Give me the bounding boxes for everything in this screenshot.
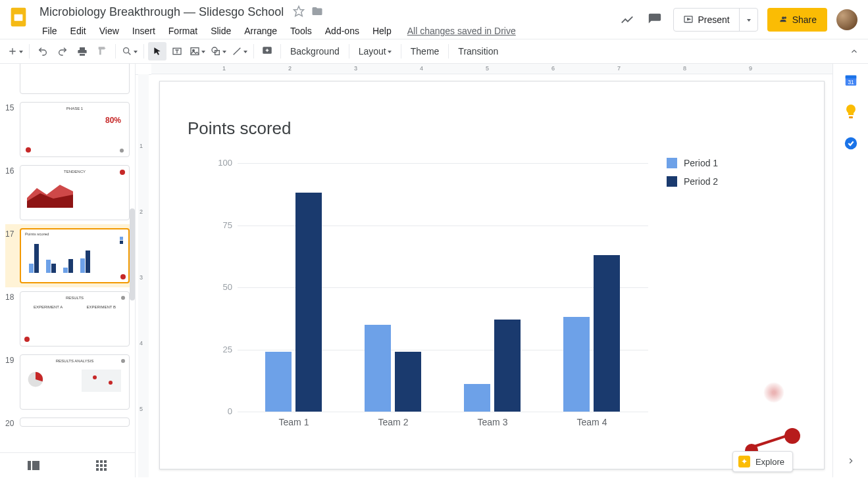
menu-arrange[interactable]: Arrange	[239, 23, 282, 39]
share-button[interactable]: Share	[767, 8, 827, 32]
ruler-mark: 2	[140, 208, 143, 215]
thumb-title: RESULTS	[20, 296, 129, 300]
comments-icon[interactable]	[646, 11, 664, 29]
move-folder-icon[interactable]	[311, 5, 323, 20]
svg-line-6	[128, 53, 130, 55]
shape-tool[interactable]	[209, 42, 228, 60]
slide-thumbnail-17[interactable]: Points scored	[20, 228, 130, 283]
menu-format[interactable]: Format	[163, 23, 203, 39]
present-dropdown[interactable]	[739, 9, 757, 31]
ruler-mark: 5	[486, 65, 489, 72]
layout-label: Layout	[359, 46, 386, 57]
account-avatar[interactable]	[836, 9, 857, 30]
undo-button[interactable]	[34, 42, 52, 60]
legend-swatch-period2	[667, 176, 677, 187]
legend-label: Period 1	[684, 158, 718, 168]
ruler-mark: 4	[140, 340, 143, 347]
paint-format-button[interactable]	[93, 42, 111, 60]
legend-swatch-period1	[667, 158, 677, 168]
svg-rect-25	[96, 464, 99, 467]
hide-menus-button[interactable]	[846, 43, 863, 60]
svg-text:31: 31	[848, 80, 854, 85]
thumb-number: 15	[5, 102, 20, 112]
textbox-tool[interactable]	[168, 42, 186, 60]
decorative-glow	[763, 382, 784, 403]
svg-rect-8	[191, 48, 199, 55]
slides-logo[interactable]	[5, 4, 32, 30]
redo-button[interactable]	[53, 42, 72, 60]
slide-thumbnail-16[interactable]: TENDENCY	[20, 165, 130, 220]
menu-help[interactable]: Help	[367, 23, 397, 39]
activity-dashboard-icon[interactable]	[618, 11, 636, 29]
side-panel-rail: 31	[832, 64, 868, 477]
background-button[interactable]: Background	[285, 42, 345, 60]
vertical-ruler: 1 2 3 4 5	[136, 64, 151, 477]
print-button[interactable]	[73, 42, 91, 60]
thumb-number: 17	[5, 228, 20, 239]
svg-rect-29	[100, 468, 103, 471]
save-status[interactable]: All changes saved in Drive	[407, 26, 516, 39]
slide-thumbnail-19[interactable]: RESULTS ANALYSIS	[20, 354, 130, 410]
y-tick-label: 100	[201, 158, 232, 168]
slide-thumbnail-18[interactable]: RESULTS EXPERIMENT A EXPERIMENT B	[20, 291, 130, 347]
slide[interactable]: Points scored 0255075100Team 1Team 2Team…	[159, 81, 825, 469]
menu-slide[interactable]: Slide	[205, 23, 236, 39]
present-label: Present	[698, 14, 729, 25]
thumb-number: 18	[5, 291, 20, 302]
slide-thumbnail-20[interactable]	[20, 418, 130, 427]
y-tick-label: 75	[201, 220, 232, 230]
filmstrip-view-icon[interactable]	[24, 456, 43, 475]
svg-rect-1	[14, 14, 23, 21]
zoom-button[interactable]	[120, 42, 140, 60]
menu-addons[interactable]: Add-ons	[320, 23, 365, 39]
menu-file[interactable]: File	[37, 23, 63, 39]
tasks-addon-icon[interactable]	[842, 135, 859, 152]
svg-point-18	[93, 375, 97, 379]
grid-view-icon[interactable]	[92, 456, 111, 475]
toolbar: Background Layout Theme Transition	[0, 39, 868, 64]
thumb-title: RESULTS ANALYSIS	[20, 359, 129, 363]
present-button[interactable]: Present	[674, 9, 738, 31]
chart[interactable]: 0255075100Team 1Team 2Team 3Team 4	[201, 154, 648, 430]
svg-marker-4	[688, 18, 690, 20]
theme-button[interactable]: Theme	[405, 42, 445, 60]
explore-icon: ✦	[738, 456, 750, 467]
slide-thumbnail[interactable]: RESEARCHCONCLUSIONPROCESS	[20, 64, 130, 94]
thumb-number: 16	[5, 165, 20, 176]
image-tool[interactable]	[188, 42, 207, 60]
show-side-panel-button[interactable]	[842, 452, 859, 469]
ruler-mark: 6	[551, 65, 555, 72]
keep-addon-icon[interactable]	[842, 103, 859, 120]
select-tool[interactable]	[148, 42, 166, 60]
ruler-mark: 3	[354, 65, 357, 72]
svg-point-19	[109, 381, 113, 385]
svg-marker-2	[294, 6, 304, 16]
menu-insert[interactable]: Insert	[127, 23, 161, 39]
slide-thumbnail-15[interactable]: PHASE 1 80%	[20, 102, 130, 157]
line-tool[interactable]	[230, 42, 249, 60]
add-comment-button[interactable]	[258, 42, 276, 60]
ruler-mark: 3	[140, 274, 143, 281]
calendar-addon-icon[interactable]: 31	[842, 72, 859, 89]
new-slide-button[interactable]	[5, 42, 25, 60]
ruler-mark: 8	[683, 65, 686, 72]
svg-line-12	[234, 48, 241, 55]
menu-view[interactable]: View	[94, 23, 124, 39]
filmstrip-scrollbar[interactable]	[130, 64, 135, 452]
star-icon[interactable]	[293, 5, 305, 20]
layout-button[interactable]: Layout	[353, 42, 397, 60]
doc-title[interactable]: Microbiology Breakthrough — Slidesgo Sch…	[37, 4, 286, 20]
thumb-number: 19	[5, 354, 20, 365]
x-category-label: Team 3	[460, 417, 526, 427]
x-category-label: Team 2	[361, 417, 426, 427]
ruler-mark: 7	[617, 65, 621, 72]
menu-edit[interactable]: Edit	[65, 23, 91, 39]
legend-label: Period 2	[684, 176, 718, 187]
explore-button[interactable]: ✦ Explore	[732, 451, 793, 472]
svg-rect-21	[32, 461, 39, 470]
bar-period2	[295, 193, 322, 412]
menu-tools[interactable]: Tools	[285, 23, 317, 39]
transition-button[interactable]: Transition	[453, 42, 503, 60]
svg-rect-24	[104, 460, 107, 463]
y-tick-label: 0	[201, 406, 232, 416]
